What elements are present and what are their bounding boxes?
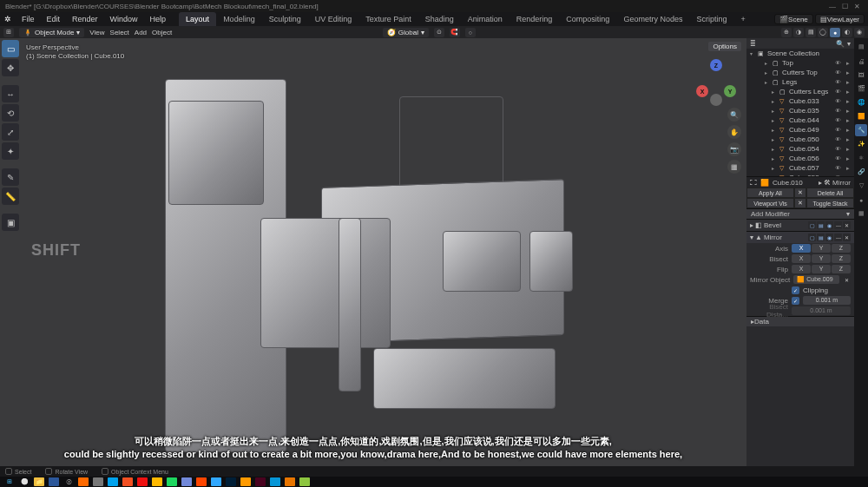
outliner-row[interactable]: ▸▽Cube.057👁▸ [746, 163, 854, 173]
tab-shading[interactable]: Shading [418, 12, 461, 26]
options-button[interactable]: Options [708, 42, 741, 51]
taskbar-app-icon[interactable] [152, 477, 162, 486]
viewport-vis-x-button[interactable]: ✕ [794, 198, 806, 208]
gizmo-toggle-icon[interactable]: ⊕ [781, 28, 792, 37]
vis-icon[interactable]: 👁 [834, 165, 842, 172]
clipping-checkbox[interactable]: ✓ [792, 286, 799, 294]
mirror-delete[interactable]: ✕ [843, 234, 851, 241]
taskbar-app-icon[interactable] [226, 477, 236, 486]
tab-geometrynodes[interactable]: Geometry Nodes [616, 12, 689, 26]
blender-logo-icon[interactable]: ✲ [0, 12, 16, 26]
tool-scale-icon[interactable]: ⤢ [2, 123, 19, 141]
mirror-obj-clear[interactable]: ✕ [843, 276, 851, 284]
taskbar-app-icon[interactable] [167, 477, 177, 486]
outliner-row[interactable]: ▸▽Cube.035👁▸ [746, 106, 854, 115]
taskbar-app-icon[interactable] [181, 477, 192, 486]
outliner-row[interactable]: ▸▢Cutters Top👁▸ [746, 68, 854, 77]
ptab-render-icon[interactable]: ▤ [855, 41, 867, 53]
menu-window[interactable]: Window [104, 12, 144, 26]
outliner-row[interactable]: ▸▽Cube.054👁▸ [746, 144, 854, 154]
tool-select-icon[interactable]: ▭ [2, 40, 19, 57]
nav-gizmo[interactable]: Z X Y [693, 59, 740, 106]
mirror-flip-xyz[interactable]: XYZ [792, 265, 851, 273]
camera-icon[interactable]: 📷 [727, 142, 741, 156]
outliner-row[interactable]: ▸▽Cube.050👁▸ [746, 135, 854, 144]
proportional-icon[interactable]: ○ [465, 28, 476, 37]
mirror-object-field[interactable]: 🟧 Cube.009 [793, 275, 839, 284]
ptab-physics-icon[interactable]: ⚛ [855, 152, 867, 164]
select-icon[interactable]: ▸ [844, 146, 852, 153]
outliner-row[interactable]: ▸▢Cutters Legs👁▸ [746, 87, 854, 96]
menu-help[interactable]: Help [144, 12, 173, 26]
taskbar-search-icon[interactable]: ⚪ [19, 477, 30, 486]
merge-checkbox[interactable]: ✓ [792, 297, 799, 305]
tab-scripting[interactable]: Scripting [689, 12, 733, 26]
vis-icon[interactable]: 👁 [834, 69, 842, 76]
taskbar-app-icon[interactable] [137, 477, 148, 486]
viewlayer-selector[interactable]: ▤ ViewLayer [815, 14, 865, 24]
taskbar-app-icon[interactable] [122, 477, 133, 486]
ptab-data-icon[interactable]: ▽ [855, 180, 867, 192]
tab-compositing[interactable]: Compositing [559, 12, 616, 26]
outliner-scene-row[interactable]: ▾▣Scene Collection [746, 49, 854, 58]
taskbar-app-icon[interactable] [196, 477, 207, 486]
taskbar-app-icon[interactable] [211, 477, 221, 486]
vis-icon[interactable]: 👁 [834, 136, 842, 143]
tab-uvediting[interactable]: UV Editing [308, 12, 359, 26]
shading-matprev-icon[interactable]: ◐ [842, 28, 852, 37]
add-modifier-dropdown[interactable]: Add Modifier▾ [746, 208, 854, 219]
mirror-menu[interactable]: ⋯ [834, 234, 842, 241]
tab-animation[interactable]: Animation [461, 12, 510, 26]
bevel-delete[interactable]: ✕ [843, 221, 851, 229]
vis-icon[interactable]: 👁 [834, 117, 842, 124]
ptab-world-icon[interactable]: 🌐 [855, 96, 867, 109]
bisect-dist-value[interactable]: 0.001 m [792, 306, 851, 315]
ptab-scene-icon[interactable]: 🎬 [855, 82, 867, 95]
shading-wire-icon[interactable]: ◯ [818, 28, 828, 37]
tab-sculpting[interactable]: Sculpting [262, 12, 308, 26]
select-icon[interactable]: ▸ [844, 69, 852, 76]
menu-file[interactable]: File [16, 12, 41, 26]
taskbar-app-icon[interactable] [93, 477, 103, 486]
delete-all-button[interactable]: Delete All [806, 188, 854, 198]
menu-render[interactable]: Render [66, 12, 104, 26]
mirror-vis-on[interactable]: ▢ [808, 234, 816, 241]
close-icon[interactable]: ✕ [851, 3, 863, 10]
taskbar-app-icon[interactable] [240, 477, 251, 486]
tab-rendering[interactable]: Rendering [510, 12, 560, 26]
taskbar-app-icon[interactable]: ⦿ [63, 477, 74, 486]
outliner-row[interactable]: ▸▢Top👁▸ [746, 58, 854, 68]
vis-icon[interactable]: 👁 [834, 155, 842, 162]
select-icon[interactable]: ▸ [844, 60, 852, 67]
toolbar-select[interactable]: Select [110, 29, 129, 36]
pivot-icon[interactable]: ⊙ [434, 28, 444, 37]
select-icon[interactable]: ▸ [844, 79, 852, 86]
outliner-type-icon[interactable]: ≣ [750, 40, 756, 48]
shading-solid-icon[interactable]: ● [830, 28, 840, 37]
taskbar-app-icon[interactable] [49, 477, 59, 486]
viewport-vis-button[interactable]: Viewport Vis [746, 198, 794, 208]
toggle-stack-button[interactable]: Toggle Stack [806, 198, 854, 208]
vis-icon[interactable]: 👁 [834, 127, 842, 134]
pan-icon[interactable]: ✋ [727, 125, 741, 139]
bevel-menu[interactable]: ⋯ [834, 221, 842, 229]
modifier-bevel-header[interactable]: ▸◧Bevel ▢ ▤ ◉ ⋯ ✕ [746, 219, 854, 231]
ptab-constraint-icon[interactable]: 🔗 [855, 166, 867, 178]
tab-texturepaint[interactable]: Texture Paint [358, 12, 418, 26]
taskbar-app-icon[interactable] [255, 477, 266, 486]
ptab-view-icon[interactable]: 🖼 [855, 69, 867, 81]
tool-addcube-icon[interactable]: ▣ [2, 214, 19, 231]
ptab-modifier-icon[interactable]: 🔧 [855, 124, 867, 136]
tab-layout[interactable]: Layout [179, 12, 216, 26]
zoom-icon[interactable]: 🔍 [727, 108, 741, 122]
modifier-mirror-header[interactable]: ▾▲Mirror ▢ ▤ ◉ ⋯ ✕ [746, 231, 854, 243]
persp-icon[interactable]: ▦ [727, 160, 741, 174]
tab-add[interactable]: + [733, 12, 752, 26]
outliner-row[interactable]: ▸▽Cube.056👁▸ [746, 154, 854, 163]
mirror-axis-xyz[interactable]: XYZ [792, 244, 851, 253]
outliner-row[interactable]: ▸▢Legs👁▸ [746, 77, 854, 87]
shading-render-icon[interactable]: ◉ [854, 28, 865, 37]
bevel-vis-edit[interactable]: ▤ [817, 221, 825, 229]
select-icon[interactable]: ▸ [844, 108, 852, 115]
toolbar-add[interactable]: Add [135, 29, 147, 36]
